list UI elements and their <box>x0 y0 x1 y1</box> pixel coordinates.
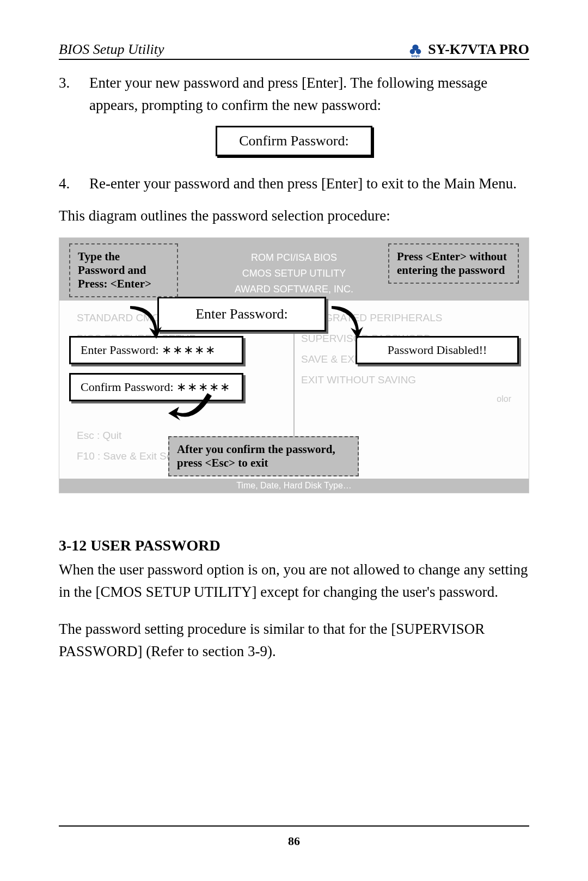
diagram-intro: This diagram outlines the password selec… <box>59 205 529 227</box>
header-left: BIOS Setup Utility <box>59 41 164 58</box>
step-3: 3. Enter your new password and press [En… <box>59 72 529 116</box>
svg-point-2 <box>416 49 421 54</box>
section-paragraph-1: When the user password option is on, you… <box>59 559 529 603</box>
soyo-logo-icon: soyo <box>407 41 424 58</box>
callout-press-enter: Press <Enter> without entering the passw… <box>388 243 519 284</box>
page-number: 86 <box>0 834 588 848</box>
step-text: Enter your new password and press [Enter… <box>89 72 529 116</box>
popup-confirm-password: Confirm Password: ∗∗∗∗∗ <box>69 373 243 401</box>
document-page: BIOS Setup Utility soyo SY-K7VTA PRO 3. … <box>0 0 588 881</box>
arrow-icon <box>326 306 370 344</box>
step-4: 4. Re-enter your password and then press… <box>59 173 529 195</box>
password-procedure-diagram: ROM PCI/ISA BIOS CMOS SETUP UTILITY AWAR… <box>59 237 529 493</box>
popup-password-disabled: Password Disabled!! <box>356 336 519 364</box>
step-number: 3. <box>59 72 89 116</box>
section-paragraph-2: The password setting procedure is simila… <box>59 618 529 662</box>
section-heading: 3-12 USER PASSWORD <box>59 537 529 554</box>
product-name: SY-K7VTA PRO <box>428 41 529 58</box>
popup-label: Enter Password: <box>81 343 162 357</box>
popup-enter-password-main: Enter Password: <box>157 297 326 332</box>
password-stars: ∗∗∗∗∗ <box>162 343 216 357</box>
confirm-password-box: Confirm Password: <box>216 126 372 156</box>
arrow-icon <box>125 306 168 344</box>
callout-press-esc: After you confirm the password, press <E… <box>168 436 359 476</box>
bios-footer-item: olor <box>301 390 511 408</box>
footer-rule <box>59 825 529 827</box>
header-right: soyo SY-K7VTA PRO <box>407 41 529 58</box>
arrow-icon <box>168 390 217 429</box>
bios-bottom-bar: Time, Date, Hard Disk Type… <box>59 479 529 493</box>
step-number: 4. <box>59 173 89 195</box>
step-text: Re-enter your password and then press [E… <box>89 173 529 195</box>
callout-type-password: Type the Password and Press: <Enter> <box>69 243 178 297</box>
svg-text:soyo: soyo <box>412 54 420 58</box>
popup-label: Confirm Password: <box>81 380 176 394</box>
page-header: BIOS Setup Utility soyo SY-K7VTA PRO <box>59 41 529 60</box>
svg-point-1 <box>410 49 415 54</box>
bios-menu-item: EXIT WITHOUT SAVING <box>301 370 511 390</box>
